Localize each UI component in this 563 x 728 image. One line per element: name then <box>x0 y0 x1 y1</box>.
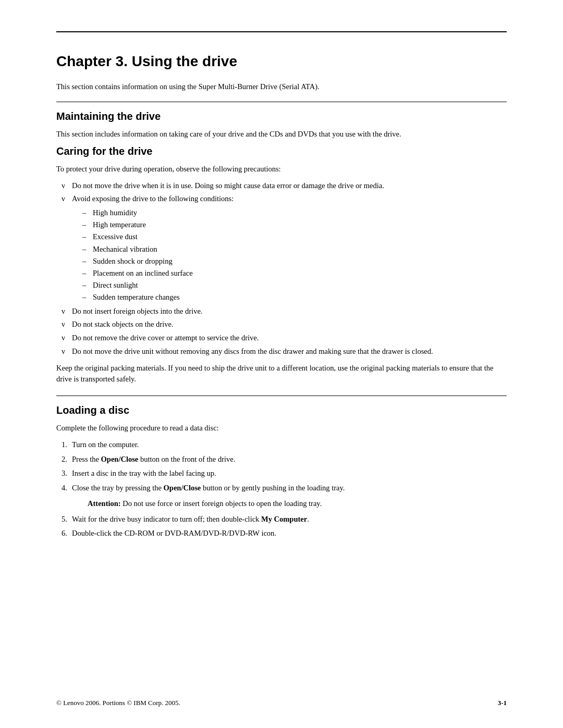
bullet-item-5: Do not remove the drive cover or attempt… <box>56 332 507 344</box>
caring-bullet-list: Do not move the drive when it is in use.… <box>56 180 507 357</box>
section-title-caring: Caring for the drive <box>56 145 507 157</box>
conditions-sub-list: High humidity High temperature Excessive… <box>82 207 507 304</box>
top-rule <box>56 31 507 32</box>
bullet-item-6: Do not move the drive unit without remov… <box>56 346 507 357</box>
section-rule-loading <box>56 396 507 396</box>
page-footer: © Lenovo 2006. Portions © IBM Corp. 2005… <box>56 699 507 707</box>
bullet-item-4: Do not stack objects on the drive. <box>56 319 507 330</box>
bullet-item-2: Avoid exposing the drive to the followin… <box>56 193 507 303</box>
loading-intro: Complete the following procedure to read… <box>56 423 507 434</box>
step-6: Double-click the CD-ROM or DVD-RAM/DVD-R… <box>56 528 507 539</box>
sub-item-shock: Sudden shock or dropping <box>82 255 507 267</box>
bullet-item-3: Do not insert foreign objects into the d… <box>56 306 507 317</box>
section-title-maintaining: Maintaining the drive <box>56 110 507 122</box>
step-4: Close the tray by pressing the Open/Clos… <box>56 483 507 510</box>
caring-intro: To protect your drive during operation, … <box>56 164 507 175</box>
loading-steps-list: Turn on the computer. Press the Open/Clo… <box>56 439 507 539</box>
sub-item-humidity: High humidity <box>82 207 507 219</box>
section-title-loading: Loading a disc <box>56 404 507 416</box>
sub-item-temperature: High temperature <box>82 219 507 231</box>
attention-text: Do not use force or insert foreign objec… <box>123 499 322 508</box>
step-3: Insert a disc in the tray with the label… <box>56 468 507 479</box>
bullet-item-1: Do not move the drive when it is in use.… <box>56 180 507 192</box>
page-container: Chapter 3. Using the drive This section … <box>0 0 563 728</box>
sub-item-sunlight: Direct sunlight <box>82 279 507 291</box>
sub-item-inclined: Placement on an inclined surface <box>82 267 507 279</box>
intro-paragraph: This section contains information on usi… <box>56 82 507 91</box>
footer-page-number: 3-1 <box>498 699 507 707</box>
maintaining-body: This section includes information on tak… <box>56 129 507 140</box>
section-rule-maintaining <box>56 102 507 102</box>
footer-copyright: © Lenovo 2006. Portions © IBM Corp. 2005… <box>56 699 180 707</box>
step-5: Wait for the drive busy indicator to tur… <box>56 514 507 525</box>
attention-block: Attention: Do not use force or insert fo… <box>88 498 507 510</box>
step-1: Turn on the computer. <box>56 439 507 451</box>
chapter-title: Chapter 3. Using the drive <box>56 53 507 70</box>
sub-item-vibration: Mechanical vibration <box>82 243 507 255</box>
attention-label: Attention: <box>88 499 121 508</box>
caring-closing: Keep the original packing materials. If … <box>56 363 507 386</box>
sub-item-dust: Excessive dust <box>82 231 507 243</box>
sub-item-temp-changes: Sudden temperature changes <box>82 291 507 303</box>
step-2: Press the Open/Close button on the front… <box>56 454 507 465</box>
